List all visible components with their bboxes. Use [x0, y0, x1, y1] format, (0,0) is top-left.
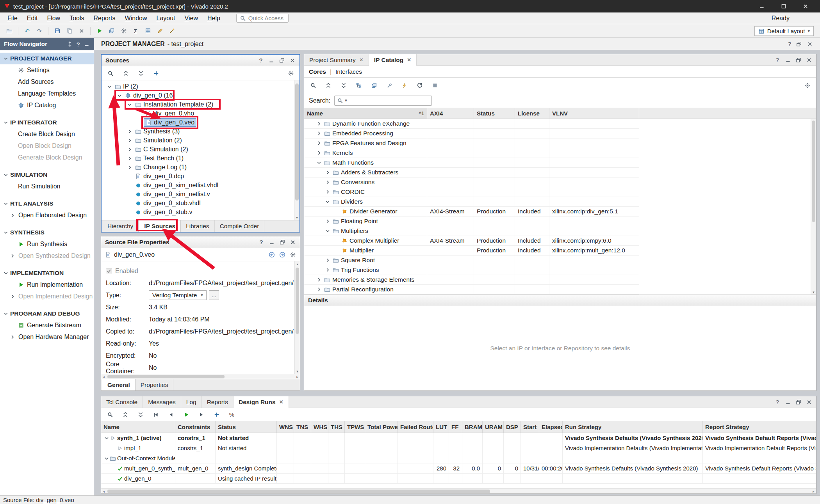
- gear-icon[interactable]: [290, 252, 296, 258]
- flow-item-generate-bitstream[interactable]: Generate Bitstream: [0, 319, 94, 331]
- chevron-right-icon[interactable]: [316, 277, 322, 283]
- chevron-right-icon[interactable]: [324, 257, 331, 263]
- catalog-item-adders-subtracters[interactable]: Adders & Subtracters: [304, 168, 639, 177]
- sources-tab-compile-order[interactable]: Compile Order: [215, 220, 265, 232]
- probe-icon[interactable]: [167, 26, 177, 36]
- minimize-icon[interactable]: [268, 57, 275, 64]
- flow-section-implementation[interactable]: IMPLEMENTATION: [0, 267, 94, 279]
- sources-tab-ip-sources[interactable]: IP Sources: [139, 220, 181, 232]
- redo-icon[interactable]: ↷: [34, 26, 45, 36]
- tree-item-div-gen-0-stub-v[interactable]: div_gen_0_stub.v: [102, 208, 299, 217]
- scroll-left-icon[interactable]: ◂: [101, 374, 106, 379]
- run-icon[interactable]: [181, 409, 191, 420]
- tree-item-div-gen-0-vho[interactable]: div_gen_0.vho: [102, 109, 299, 118]
- type-combobox[interactable]: Verilog Template▾: [149, 290, 207, 300]
- flow-item-run-simulation[interactable]: Run Simulation: [0, 181, 94, 192]
- flow-section-program-and-debug[interactable]: PROGRAM AND DEBUG: [0, 308, 94, 319]
- gear-icon[interactable]: [802, 80, 813, 91]
- close-icon[interactable]: [289, 57, 296, 64]
- flow-item-open-hardware-manager[interactable]: Open Hardware Manager: [0, 331, 94, 343]
- sources-tab-libraries[interactable]: Libraries: [181, 220, 214, 232]
- chevron-down-icon[interactable]: [106, 83, 112, 90]
- view-tab-cores[interactable]: Cores: [309, 68, 326, 75]
- add-icon[interactable]: [211, 409, 222, 420]
- minimize-icon[interactable]: [269, 239, 275, 245]
- chevron-right-icon[interactable]: [316, 286, 322, 293]
- gear-icon[interactable]: [285, 68, 296, 78]
- help-icon[interactable]: ?: [774, 57, 781, 63]
- chevron-down-icon[interactable]: [116, 92, 123, 99]
- run-icon[interactable]: [94, 26, 105, 36]
- chevron-right-icon[interactable]: [324, 267, 331, 273]
- menu-tools[interactable]: Tools: [65, 14, 88, 23]
- menu-reports[interactable]: Reports: [89, 14, 120, 23]
- chevron-right-icon[interactable]: [324, 179, 331, 185]
- scroll-left-icon[interactable]: ◂: [101, 489, 106, 494]
- run-row-out-of-context-module-runs[interactable]: Out-of-Context Module Runs: [101, 453, 816, 463]
- tab-tcl-console[interactable]: Tcl Console: [101, 396, 143, 408]
- tree-item-div-gen-0-veo[interactable]: div_gen_0.veo: [102, 118, 299, 127]
- properties-tab-general[interactable]: General: [102, 379, 135, 390]
- close-icon[interactable]: [807, 41, 813, 47]
- chevron-down-icon[interactable]: [324, 228, 331, 234]
- quick-access-search[interactable]: Quick Access: [236, 14, 289, 23]
- tree-item-div-gen-0-stub-vhdl[interactable]: div_gen_0_stub.vhdl: [102, 199, 299, 208]
- catalog-item-partial-reconfiguration[interactable]: Partial Reconfiguration: [304, 285, 639, 295]
- chevron-right-icon[interactable]: [324, 218, 331, 224]
- float-icon[interactable]: [795, 399, 802, 405]
- column-header-status[interactable]: Status: [474, 108, 515, 119]
- chevron-right-icon[interactable]: [127, 137, 133, 144]
- tab-ip-catalog[interactable]: IP Catalog✕: [369, 54, 417, 66]
- catalog-item-square-root[interactable]: Square Root: [304, 256, 639, 265]
- chevron-right-icon[interactable]: [127, 146, 133, 153]
- flow-section-project-manager[interactable]: PROJECT MANAGER: [0, 53, 94, 64]
- forward-icon[interactable]: [279, 252, 285, 258]
- expand-all-icon[interactable]: [135, 68, 146, 78]
- flow-item-run-implementation[interactable]: Run Implementation: [0, 279, 94, 291]
- scroll-down-icon[interactable]: ▾: [294, 215, 299, 220]
- catalog-item-cordic[interactable]: CORDIC: [304, 187, 639, 197]
- close-icon[interactable]: [806, 57, 812, 63]
- catalog-item-divider-generator[interactable]: Divider GeneratorAXI4-StreamProductionIn…: [304, 207, 639, 217]
- close-tab-icon[interactable]: ✕: [359, 57, 364, 63]
- help-icon[interactable]: ?: [774, 399, 781, 405]
- tree-item-ip-2[interactable]: IP (2): [102, 82, 299, 91]
- catalog-vertical-scrollbar[interactable]: ▾: [811, 119, 816, 295]
- catalog-item-multipliers[interactable]: Multipliers: [304, 226, 639, 236]
- minimize-icon[interactable]: [785, 57, 791, 63]
- catalog-item-trig-functions[interactable]: Trig Functions: [304, 265, 639, 275]
- scroll-down-icon[interactable]: ▾: [295, 369, 300, 374]
- settings-icon[interactable]: [118, 26, 129, 36]
- tab-log[interactable]: Log: [181, 396, 202, 408]
- float-icon[interactable]: [279, 239, 285, 245]
- flow-item-run-synthesis[interactable]: Run Synthesis: [0, 238, 94, 250]
- column-header-bram[interactable]: BRAM: [462, 421, 483, 433]
- catalog-item-dynamic-function-exchange[interactable]: Dynamic Function eXchange: [304, 119, 639, 129]
- close-icon[interactable]: [806, 399, 812, 405]
- column-header-constraints[interactable]: Constraints: [175, 421, 216, 433]
- layout-selector[interactable]: Default Layout ▾: [754, 26, 814, 36]
- save-icon[interactable]: [52, 26, 62, 36]
- add-repository-icon[interactable]: [369, 80, 379, 91]
- run-row-div-gen-0[interactable]: div_gen_0Using cached IP results: [101, 474, 816, 484]
- step-forward-icon[interactable]: [196, 409, 207, 420]
- tab-messages[interactable]: Messages: [143, 396, 181, 408]
- chevron-down-icon[interactable]: [127, 101, 133, 108]
- add-icon[interactable]: [151, 68, 161, 78]
- flow-section-ip-integrator[interactable]: IP INTEGRATOR: [0, 117, 94, 128]
- menu-window[interactable]: Window: [121, 14, 152, 23]
- search-icon[interactable]: [105, 68, 116, 78]
- minimize-icon[interactable]: [785, 399, 791, 405]
- search-icon[interactable]: [105, 409, 115, 420]
- catalog-item-math-functions[interactable]: Math Functions: [304, 158, 639, 168]
- column-header-vlnv[interactable]: VLNV: [549, 108, 639, 119]
- tree-item-div-gen-0-dcp[interactable]: div_gen_0.dcp: [102, 172, 299, 181]
- run-row-synth-1-active[interactable]: synth_1 (active)constrs_1Not startedViva…: [101, 433, 816, 443]
- flow-item-add-sources[interactable]: Add Sources: [0, 76, 94, 88]
- catalog-item-conversions[interactable]: Conversions: [304, 177, 639, 187]
- scroll-right-icon[interactable]: ▸: [295, 374, 300, 379]
- flow-item-create-block-design[interactable]: Create Block Design: [0, 128, 94, 140]
- copy-icon[interactable]: [64, 26, 75, 36]
- scroll-down-icon[interactable]: ▾: [811, 289, 816, 295]
- sum-icon[interactable]: Σ: [130, 26, 141, 36]
